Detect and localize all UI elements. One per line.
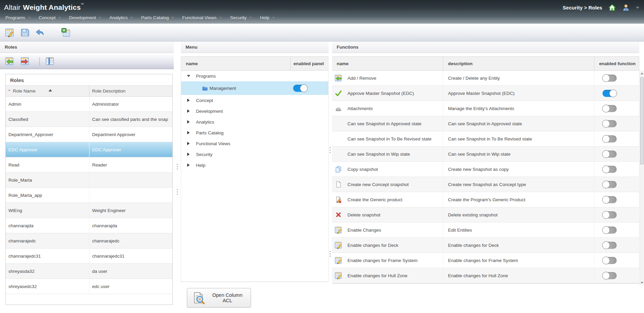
role-row[interactable]: EDC Approver EDC Approver bbox=[6, 142, 172, 157]
collapsed-arrow-icon[interactable] bbox=[187, 131, 191, 134]
check-icon bbox=[335, 89, 342, 97]
enabled-function-toggle[interactable] bbox=[603, 105, 617, 112]
nav-item-concept[interactable]: Concept bbox=[35, 14, 65, 23]
enabled-function-toggle[interactable] bbox=[603, 211, 617, 218]
collapsed-arrow-icon[interactable] bbox=[187, 153, 191, 156]
function-row[interactable]: Create new Concept snapshot Create new S… bbox=[332, 177, 639, 192]
function-row[interactable]: Create the Generic product Create the Pr… bbox=[332, 192, 639, 207]
splitter-grip[interactable] bbox=[330, 251, 331, 252]
function-enabled-cell bbox=[594, 86, 639, 101]
role-row[interactable]: shreyasedc32 edc user bbox=[6, 279, 172, 294]
export-grid-button[interactable] bbox=[60, 26, 72, 39]
column-header-description[interactable]: description bbox=[443, 57, 594, 70]
panel-splitter[interactable] bbox=[174, 53, 181, 313]
function-row[interactable]: Can see Snapshot in Approved state Can s… bbox=[332, 116, 639, 131]
panel-splitter[interactable] bbox=[329, 53, 332, 313]
tree-item-programs[interactable]: Programs bbox=[181, 71, 328, 81]
function-row[interactable]: Attachments Manage the Entity's Attachme… bbox=[332, 101, 639, 116]
enabled-function-toggle[interactable] bbox=[603, 75, 617, 82]
tree-item-development[interactable]: Development bbox=[181, 106, 328, 116]
column-header-role-name[interactable]: * Role Name bbox=[6, 86, 89, 96]
role-row[interactable]: Role_Marta bbox=[6, 173, 172, 188]
column-header-enabled-function[interactable]: enabled function bbox=[594, 57, 639, 70]
tree-item-concept[interactable]: Concept bbox=[181, 95, 328, 106]
function-row[interactable]: Copy snapshot Create new Snapshot as cop… bbox=[332, 162, 639, 177]
role-row[interactable]: shreyasda32 da user bbox=[6, 264, 172, 279]
role-row[interactable]: Classified Can see classified parts and … bbox=[6, 112, 172, 127]
enabled-function-toggle[interactable] bbox=[603, 181, 617, 188]
nav-item-help[interactable]: Help bbox=[256, 14, 279, 23]
tree-item-functional-views[interactable]: Functional Views bbox=[181, 138, 328, 149]
add-role-button[interactable] bbox=[4, 56, 15, 67]
enabled-panel-toggle[interactable] bbox=[293, 85, 307, 92]
tree-item-analytics[interactable]: Analytics bbox=[181, 116, 328, 127]
undo-button[interactable] bbox=[34, 26, 46, 39]
function-row[interactable]: Add / Remove Create / Delete any Entity bbox=[332, 71, 639, 86]
column-header-name[interactable]: name bbox=[181, 57, 291, 70]
enabled-function-toggle[interactable] bbox=[603, 151, 617, 158]
enabled-function-toggle[interactable] bbox=[603, 120, 617, 127]
tree-item-management[interactable]: Management bbox=[181, 81, 328, 95]
nav-item-programs[interactable]: Programs bbox=[1, 14, 35, 23]
enabled-function-toggle[interactable] bbox=[603, 272, 617, 279]
columns-button[interactable] bbox=[45, 56, 55, 67]
user-icon[interactable] bbox=[622, 4, 630, 11]
role-row[interactable]: WtEng Weight Engineer bbox=[6, 203, 172, 218]
collapsed-arrow-icon[interactable] bbox=[187, 163, 191, 167]
function-row[interactable]: Enable changes for Hull Zone Enable chan… bbox=[332, 268, 639, 283]
collapsed-arrow-icon[interactable] bbox=[187, 142, 191, 145]
role-row[interactable]: Role_Marta_app bbox=[6, 188, 172, 203]
function-row[interactable]: Delete snapshot Delete existing snapshot bbox=[332, 207, 639, 223]
role-row[interactable]: channarajedc channarajedc bbox=[6, 233, 172, 249]
role-row[interactable]: Read Reader bbox=[6, 157, 172, 173]
tree-item-parts-catalog[interactable]: Parts Catalog bbox=[181, 127, 328, 138]
tree-item-security[interactable]: Security bbox=[181, 149, 328, 160]
open-column-acl-button[interactable]: Open Column ACL bbox=[187, 288, 251, 308]
nav-item-development[interactable]: Development bbox=[65, 14, 106, 23]
splitter-grip[interactable] bbox=[177, 189, 178, 190]
scroll-thumb[interactable] bbox=[640, 77, 644, 164]
role-row[interactable]: channarajedc31 channarajedc31 bbox=[6, 249, 172, 264]
nav-item-functional-views[interactable]: Functional Views bbox=[178, 14, 226, 23]
expanded-arrow-icon[interactable] bbox=[187, 75, 190, 79]
nav-item-parts-catalog[interactable]: Parts Catalog bbox=[137, 14, 178, 23]
vertical-scrollbar[interactable] bbox=[640, 71, 644, 285]
column-header-enabled-panel[interactable]: enabled panel bbox=[291, 57, 328, 70]
toggle-knob bbox=[602, 74, 610, 82]
home-icon[interactable] bbox=[608, 4, 616, 11]
collapsed-arrow-icon[interactable] bbox=[187, 120, 191, 124]
splitter-grip[interactable] bbox=[177, 164, 178, 165]
enabled-function-toggle[interactable] bbox=[603, 242, 617, 249]
collapsed-arrow-icon[interactable] bbox=[187, 99, 191, 102]
role-row[interactable]: Department_Approver Department Approver bbox=[6, 127, 172, 142]
function-name: Can see Snapshot in Approved state bbox=[347, 121, 421, 126]
scroll-up-button[interactable] bbox=[640, 71, 644, 76]
enabled-function-toggle[interactable] bbox=[603, 257, 617, 264]
function-row[interactable]: Enable Changes Edit Entities bbox=[332, 223, 639, 238]
edit-button[interactable] bbox=[3, 26, 16, 39]
function-row[interactable]: Enable changes for Deck Enable changes f… bbox=[332, 238, 639, 253]
enabled-function-toggle[interactable] bbox=[603, 90, 617, 97]
role-row[interactable]: Admin Administrator bbox=[6, 97, 172, 112]
collapsed-arrow-icon[interactable] bbox=[187, 109, 191, 113]
delete-role-button[interactable] bbox=[20, 56, 30, 67]
enabled-function-toggle[interactable] bbox=[603, 166, 617, 173]
function-row[interactable]: Can see Snapshot in To Be Revised state … bbox=[332, 131, 639, 147]
save-button[interactable] bbox=[19, 26, 31, 39]
nav-item-security[interactable]: Security bbox=[226, 14, 256, 23]
column-header-name[interactable]: name bbox=[332, 57, 443, 70]
nav-item-analytics[interactable]: Analytics bbox=[105, 14, 137, 23]
enabled-function-toggle[interactable] bbox=[603, 227, 617, 234]
user-menu-caret-icon[interactable] bbox=[636, 7, 639, 10]
splitter-grip[interactable] bbox=[330, 147, 331, 148]
enabled-function-toggle[interactable] bbox=[603, 196, 617, 203]
column-header-role-description[interactable]: Role Description bbox=[89, 86, 172, 96]
tree-item-help[interactable]: Help bbox=[181, 160, 328, 171]
role-row[interactable]: channarajda channarajda bbox=[6, 218, 172, 233]
enabled-function-toggle[interactable] bbox=[603, 135, 617, 142]
scroll-down-button[interactable] bbox=[640, 280, 644, 285]
function-row[interactable]: Enable changes for Frame System Enable c… bbox=[332, 253, 639, 268]
function-row[interactable]: Approve Master Snapshot (EDC) Approve Ma… bbox=[332, 86, 639, 101]
function-row[interactable]: Can see Snapshot in Wip state Can see Sn… bbox=[332, 147, 639, 162]
menu-panel-title: Menu bbox=[181, 42, 329, 53]
